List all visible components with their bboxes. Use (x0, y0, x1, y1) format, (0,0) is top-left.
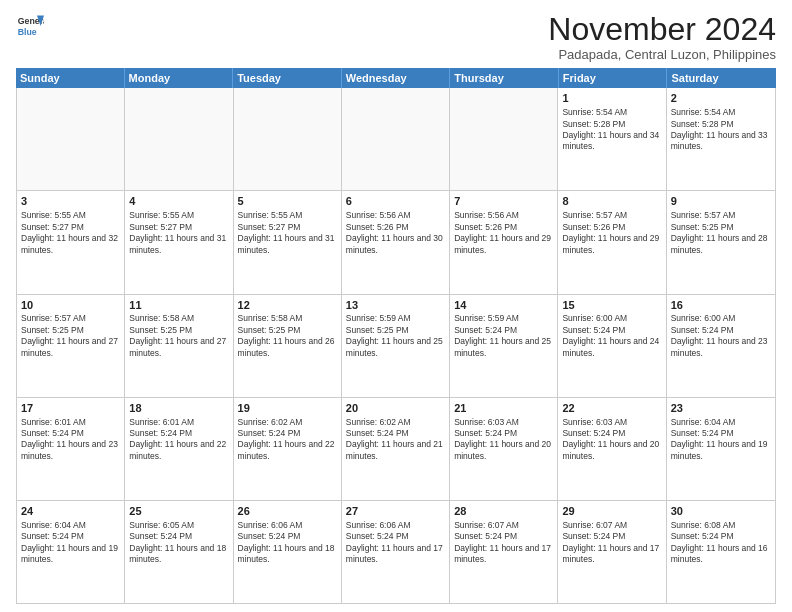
svg-text:Blue: Blue (18, 27, 37, 37)
cal-cell: 15Sunrise: 6:00 AM Sunset: 5:24 PM Dayli… (558, 295, 666, 397)
cal-cell: 20Sunrise: 6:02 AM Sunset: 5:24 PM Dayli… (342, 398, 450, 500)
cal-cell: 16Sunrise: 6:00 AM Sunset: 5:24 PM Dayli… (667, 295, 775, 397)
cal-row-2: 10Sunrise: 5:57 AM Sunset: 5:25 PM Dayli… (17, 295, 775, 398)
day-info: Sunrise: 6:04 AM Sunset: 5:24 PM Dayligh… (21, 520, 118, 564)
day-number: 30 (671, 504, 771, 519)
day-info: Sunrise: 6:07 AM Sunset: 5:24 PM Dayligh… (454, 520, 551, 564)
day-info: Sunrise: 5:57 AM Sunset: 5:25 PM Dayligh… (21, 313, 118, 357)
day-info: Sunrise: 5:54 AM Sunset: 5:28 PM Dayligh… (562, 107, 659, 151)
day-number: 6 (346, 194, 445, 209)
day-info: Sunrise: 5:59 AM Sunset: 5:25 PM Dayligh… (346, 313, 443, 357)
day-number: 2 (671, 91, 771, 106)
day-info: Sunrise: 6:07 AM Sunset: 5:24 PM Dayligh… (562, 520, 659, 564)
header-cell-tuesday: Tuesday (233, 68, 342, 88)
cal-cell (450, 88, 558, 190)
day-info: Sunrise: 5:56 AM Sunset: 5:26 PM Dayligh… (346, 210, 443, 254)
cal-cell: 12Sunrise: 5:58 AM Sunset: 5:25 PM Dayli… (234, 295, 342, 397)
day-number: 20 (346, 401, 445, 416)
day-number: 4 (129, 194, 228, 209)
calendar: SundayMondayTuesdayWednesdayThursdayFrid… (16, 68, 776, 604)
day-info: Sunrise: 6:02 AM Sunset: 5:24 PM Dayligh… (238, 417, 335, 461)
cal-cell: 30Sunrise: 6:08 AM Sunset: 5:24 PM Dayli… (667, 501, 775, 603)
cal-cell: 7Sunrise: 5:56 AM Sunset: 5:26 PM Daylig… (450, 191, 558, 293)
day-number: 21 (454, 401, 553, 416)
cal-row-4: 24Sunrise: 6:04 AM Sunset: 5:24 PM Dayli… (17, 501, 775, 603)
day-number: 16 (671, 298, 771, 313)
cal-cell: 11Sunrise: 5:58 AM Sunset: 5:25 PM Dayli… (125, 295, 233, 397)
day-number: 11 (129, 298, 228, 313)
day-number: 8 (562, 194, 661, 209)
cal-cell: 27Sunrise: 6:06 AM Sunset: 5:24 PM Dayli… (342, 501, 450, 603)
header-cell-monday: Monday (125, 68, 234, 88)
logo: General Blue (16, 12, 44, 40)
cal-cell: 26Sunrise: 6:06 AM Sunset: 5:24 PM Dayli… (234, 501, 342, 603)
cal-cell (234, 88, 342, 190)
cal-cell: 17Sunrise: 6:01 AM Sunset: 5:24 PM Dayli… (17, 398, 125, 500)
header-cell-sunday: Sunday (16, 68, 125, 88)
day-info: Sunrise: 5:59 AM Sunset: 5:24 PM Dayligh… (454, 313, 551, 357)
calendar-body: 1Sunrise: 5:54 AM Sunset: 5:28 PM Daylig… (16, 88, 776, 604)
day-info: Sunrise: 5:57 AM Sunset: 5:25 PM Dayligh… (671, 210, 768, 254)
day-info: Sunrise: 6:05 AM Sunset: 5:24 PM Dayligh… (129, 520, 226, 564)
day-info: Sunrise: 6:03 AM Sunset: 5:24 PM Dayligh… (562, 417, 659, 461)
day-number: 12 (238, 298, 337, 313)
day-number: 25 (129, 504, 228, 519)
day-info: Sunrise: 6:08 AM Sunset: 5:24 PM Dayligh… (671, 520, 768, 564)
day-number: 29 (562, 504, 661, 519)
day-info: Sunrise: 5:57 AM Sunset: 5:26 PM Dayligh… (562, 210, 659, 254)
cal-cell: 3Sunrise: 5:55 AM Sunset: 5:27 PM Daylig… (17, 191, 125, 293)
cal-cell: 10Sunrise: 5:57 AM Sunset: 5:25 PM Dayli… (17, 295, 125, 397)
day-number: 13 (346, 298, 445, 313)
cal-cell: 14Sunrise: 5:59 AM Sunset: 5:24 PM Dayli… (450, 295, 558, 397)
calendar-header: SundayMondayTuesdayWednesdayThursdayFrid… (16, 68, 776, 88)
day-info: Sunrise: 5:55 AM Sunset: 5:27 PM Dayligh… (21, 210, 118, 254)
cal-cell: 18Sunrise: 6:01 AM Sunset: 5:24 PM Dayli… (125, 398, 233, 500)
cal-row-1: 3Sunrise: 5:55 AM Sunset: 5:27 PM Daylig… (17, 191, 775, 294)
day-info: Sunrise: 6:06 AM Sunset: 5:24 PM Dayligh… (238, 520, 335, 564)
day-info: Sunrise: 5:58 AM Sunset: 5:25 PM Dayligh… (238, 313, 335, 357)
cal-cell: 19Sunrise: 6:02 AM Sunset: 5:24 PM Dayli… (234, 398, 342, 500)
day-info: Sunrise: 5:54 AM Sunset: 5:28 PM Dayligh… (671, 107, 768, 151)
day-info: Sunrise: 6:00 AM Sunset: 5:24 PM Dayligh… (671, 313, 768, 357)
day-number: 26 (238, 504, 337, 519)
day-info: Sunrise: 6:02 AM Sunset: 5:24 PM Dayligh… (346, 417, 443, 461)
day-number: 17 (21, 401, 120, 416)
cal-cell: 22Sunrise: 6:03 AM Sunset: 5:24 PM Dayli… (558, 398, 666, 500)
header-cell-friday: Friday (559, 68, 668, 88)
cal-cell (125, 88, 233, 190)
day-info: Sunrise: 5:55 AM Sunset: 5:27 PM Dayligh… (238, 210, 335, 254)
cal-cell: 2Sunrise: 5:54 AM Sunset: 5:28 PM Daylig… (667, 88, 775, 190)
location: Padapada, Central Luzon, Philippines (548, 47, 776, 62)
cal-cell: 4Sunrise: 5:55 AM Sunset: 5:27 PM Daylig… (125, 191, 233, 293)
day-number: 5 (238, 194, 337, 209)
cal-cell: 1Sunrise: 5:54 AM Sunset: 5:28 PM Daylig… (558, 88, 666, 190)
cal-cell: 29Sunrise: 6:07 AM Sunset: 5:24 PM Dayli… (558, 501, 666, 603)
cal-cell: 6Sunrise: 5:56 AM Sunset: 5:26 PM Daylig… (342, 191, 450, 293)
day-info: Sunrise: 6:01 AM Sunset: 5:24 PM Dayligh… (21, 417, 118, 461)
day-number: 1 (562, 91, 661, 106)
day-number: 15 (562, 298, 661, 313)
cal-cell: 13Sunrise: 5:59 AM Sunset: 5:25 PM Dayli… (342, 295, 450, 397)
header-cell-wednesday: Wednesday (342, 68, 451, 88)
day-info: Sunrise: 6:04 AM Sunset: 5:24 PM Dayligh… (671, 417, 768, 461)
day-number: 10 (21, 298, 120, 313)
cal-cell: 24Sunrise: 6:04 AM Sunset: 5:24 PM Dayli… (17, 501, 125, 603)
cal-cell: 23Sunrise: 6:04 AM Sunset: 5:24 PM Dayli… (667, 398, 775, 500)
month-title: November 2024 (548, 12, 776, 47)
day-number: 7 (454, 194, 553, 209)
cal-cell: 21Sunrise: 6:03 AM Sunset: 5:24 PM Dayli… (450, 398, 558, 500)
day-info: Sunrise: 5:58 AM Sunset: 5:25 PM Dayligh… (129, 313, 226, 357)
logo-icon: General Blue (16, 12, 44, 40)
day-number: 9 (671, 194, 771, 209)
day-info: Sunrise: 6:01 AM Sunset: 5:24 PM Dayligh… (129, 417, 226, 461)
day-number: 27 (346, 504, 445, 519)
cal-cell: 9Sunrise: 5:57 AM Sunset: 5:25 PM Daylig… (667, 191, 775, 293)
day-number: 28 (454, 504, 553, 519)
cal-cell (342, 88, 450, 190)
day-number: 3 (21, 194, 120, 209)
day-info: Sunrise: 5:55 AM Sunset: 5:27 PM Dayligh… (129, 210, 226, 254)
cal-cell (17, 88, 125, 190)
day-info: Sunrise: 5:56 AM Sunset: 5:26 PM Dayligh… (454, 210, 551, 254)
day-info: Sunrise: 6:00 AM Sunset: 5:24 PM Dayligh… (562, 313, 659, 357)
cal-cell: 25Sunrise: 6:05 AM Sunset: 5:24 PM Dayli… (125, 501, 233, 603)
